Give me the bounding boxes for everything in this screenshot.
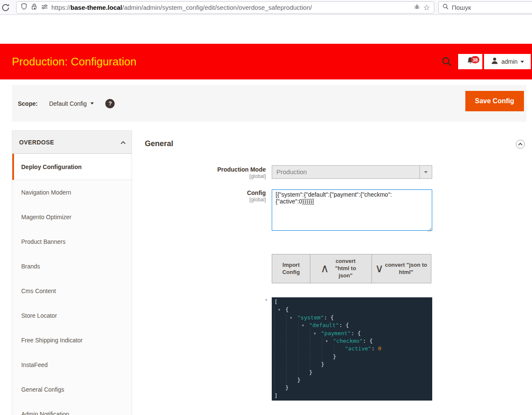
import-config-button[interactable]: Import Config	[272, 254, 310, 283]
convert-json-to-html-button[interactable]: ∨ convert "json to html"	[372, 254, 431, 283]
section-collapse-button[interactable]	[516, 140, 525, 149]
username-label: admin	[501, 58, 518, 65]
json-line: ▼"checkmo": {	[272, 337, 432, 345]
convert-html-to-json-button[interactable]: ∧ convert "html to json"	[310, 254, 372, 283]
help-button[interactable]: ?	[105, 99, 115, 108]
config-label: Config [global]	[145, 189, 266, 203]
search-icon	[442, 3, 449, 11]
sidebar-item-deploy-configuration[interactable]: Deploy Configuration	[12, 154, 132, 180]
reload-icon[interactable]	[1, 3, 10, 12]
chevron-down-icon	[521, 61, 524, 63]
admin-search-icon[interactable]	[442, 56, 452, 67]
json-line: ▼"payment": {	[272, 330, 432, 337]
notification-badge: 38	[471, 56, 479, 63]
shield-icon[interactable]	[20, 3, 28, 12]
scope-value: Default Config	[49, 100, 87, 107]
sidebar-item-store-locator[interactable]: Store Locator	[12, 303, 132, 328]
json-line: ▼"default": {	[272, 322, 432, 329]
account-menu[interactable]: admin	[484, 54, 531, 69]
collapse-triangle-icon[interactable]: ▼	[278, 306, 280, 314]
sidebar-section-overdose[interactable]: OVERDOSE	[12, 131, 132, 154]
sidebar-item-admin-notification[interactable]: Admin Notification	[12, 402, 132, 415]
chevron-up-icon	[518, 143, 523, 147]
sidebar-item-brands[interactable]: Brands	[12, 254, 132, 279]
search-input[interactable]	[452, 4, 511, 11]
url-path: /admin/admin/system_config/edit/section/…	[122, 4, 312, 11]
collapse-triangle-icon[interactable]: ▼	[314, 330, 316, 338]
config-sidebar: OVERDOSE Deploy Configuration Navigation…	[12, 130, 132, 415]
collapse-triangle-icon[interactable]: ▼	[302, 322, 304, 330]
collapse-triangle-icon[interactable]: ▼	[326, 338, 328, 345]
json-root-collapse-icon[interactable]: ▼	[265, 298, 268, 302]
sidebar-section-title: OVERDOSE	[19, 139, 54, 146]
json-line: [	[272, 298, 432, 306]
permissions-icon[interactable]	[41, 3, 48, 12]
json-line: ]	[272, 392, 432, 400]
json-line: "active": 0	[272, 345, 432, 353]
sidebar-item-navigation-modern[interactable]: Navigation Modern	[12, 180, 132, 205]
config-textarea[interactable]: [{"system":{"default":{"payment":{"check…	[272, 189, 432, 231]
address-bar[interactable]: https://base-theme.local/admin/admin/sys…	[16, 1, 434, 14]
save-config-button[interactable]: Save Config	[465, 91, 524, 111]
json-line: ▼"system": {	[272, 314, 432, 322]
production-mode-label: Production Mode [global]	[145, 166, 266, 180]
sidebar-item-cms-content[interactable]: Cms Content	[12, 279, 132, 303]
page-title: Production: Configuration	[12, 55, 136, 68]
chevron-down-icon	[90, 102, 94, 104]
general-section: General Production Mode [global] Product…	[145, 138, 526, 415]
scope-hint-global: [global]	[145, 174, 266, 180]
select-arrow-box	[419, 166, 432, 178]
url-text[interactable]: https://base-theme.local/admin/admin/sys…	[51, 4, 312, 11]
scope-switcher[interactable]: Default Config	[49, 100, 94, 107]
user-icon	[491, 57, 498, 66]
notifications-button[interactable]: 38	[458, 54, 482, 69]
json-tree-viewer: [ ▼{ ▼"system": { ▼"default": { ▼"paymen…	[272, 297, 432, 401]
scope-label: Scope:	[18, 100, 38, 107]
debugger-icon[interactable]	[414, 3, 420, 12]
sidebar-item-free-shipping-indicator[interactable]: Free Shipping Indicator	[12, 328, 132, 353]
json-line: }	[272, 376, 432, 384]
json-line: }	[272, 369, 432, 376]
json-line: }	[272, 353, 432, 361]
production-mode-value: Production	[276, 168, 307, 175]
production-mode-select[interactable]: Production	[272, 165, 432, 179]
json-line: ▼{	[272, 306, 432, 313]
caret-down-icon: ∨	[375, 261, 384, 276]
section-title: General	[145, 139, 173, 148]
sidebar-item-general-configs[interactable]: General Configs	[12, 377, 132, 402]
json-line: }	[272, 384, 432, 392]
browser-search-box[interactable]	[438, 1, 532, 14]
chevron-down-icon	[424, 171, 428, 173]
url-scheme: https://	[51, 4, 70, 11]
collapse-triangle-icon[interactable]: ▼	[290, 314, 292, 322]
sidebar-item-instafeed[interactable]: InstaFeed	[12, 353, 132, 377]
browser-toolbar: https://base-theme.local/admin/admin/sys…	[0, 0, 532, 15]
chevron-up-icon	[121, 141, 125, 146]
bookmark-star-icon[interactable]: ☆	[423, 4, 430, 11]
scope-hint-global: [global]	[145, 197, 266, 203]
page-banner: Production: Configuration 38 admin	[0, 44, 532, 79]
url-host: base-theme.local	[70, 4, 122, 11]
json-line: }	[272, 361, 432, 368]
sidebar-item-product-banners[interactable]: Product Banners	[12, 229, 132, 254]
convert-button-group: Import Config ∧ convert "html to json" ∨…	[272, 254, 431, 283]
sidebar-item-magento-optimizer[interactable]: Magento Optimizer	[12, 205, 132, 229]
lock-warning-icon[interactable]	[31, 3, 38, 12]
scope-bar: Scope: Default Config ? Save Config	[12, 85, 526, 122]
caret-up-icon: ∧	[321, 261, 329, 276]
